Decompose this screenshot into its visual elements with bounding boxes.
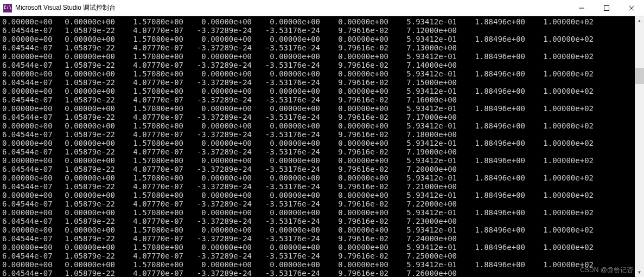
console-cell: 1.57080e+00 bbox=[125, 139, 193, 147]
console-cell: 6.04544e-07 bbox=[2, 199, 56, 208]
console-cell bbox=[535, 217, 603, 226]
vertical-scrollbar[interactable]: ▲ ▼ bbox=[635, 16, 644, 277]
console-cell bbox=[467, 147, 535, 156]
console-cell: 4.07770e-07 bbox=[125, 234, 193, 243]
console-cell: 4.07770e-07 bbox=[125, 130, 193, 139]
scroll-up-arrow-icon[interactable]: ▲ bbox=[635, 16, 644, 25]
console-cell: 1.88496e+00 bbox=[467, 243, 535, 252]
console-cell bbox=[535, 43, 603, 52]
scroll-down-arrow-icon[interactable]: ▼ bbox=[635, 268, 644, 277]
console-cell bbox=[467, 61, 535, 69]
console-cell: 9.79616e-02 bbox=[330, 269, 398, 277]
console-cell: 0.00000e+00 bbox=[193, 226, 262, 234]
window-controls bbox=[569, 0, 644, 16]
console-cell: 4.07770e-07 bbox=[125, 61, 193, 69]
console-cell: -3.53176e-24 bbox=[262, 269, 330, 277]
console-row: 0.00000e+000.00000e+001.57080e+000.00000… bbox=[2, 173, 644, 182]
console-cell: 0.00000e+00 bbox=[193, 52, 262, 61]
console-cell: 1.00000e+02 bbox=[535, 191, 603, 199]
console-cell: 0.00000e+00 bbox=[193, 260, 262, 269]
console-cell bbox=[467, 182, 535, 191]
console-cell: -3.37289e-24 bbox=[193, 43, 262, 52]
console-cell: 1.88496e+00 bbox=[467, 104, 535, 113]
console-cell: 0.00000e+00 bbox=[2, 156, 56, 165]
console-cell: 4.07770e-07 bbox=[125, 78, 193, 87]
console-cell: 1.88496e+00 bbox=[467, 69, 535, 78]
console-cell: 0.00000e+00 bbox=[56, 104, 125, 113]
console-cell: 0.00000e+00 bbox=[2, 191, 56, 199]
console-cell: 1.05879e-22 bbox=[56, 217, 125, 226]
console-cell: 5.93412e-01 bbox=[398, 104, 467, 113]
console-cell: 0.00000e+00 bbox=[330, 139, 398, 147]
console-cell: 0.00000e+00 bbox=[2, 87, 56, 95]
console-cell: 1.57080e+00 bbox=[125, 52, 193, 61]
titlebar[interactable]: C:\ Microsoft Visual Studio 调试控制台 bbox=[0, 0, 644, 16]
console-row: 6.04544e-071.05879e-224.07770e-07-3.3728… bbox=[2, 26, 644, 35]
console-cell bbox=[535, 78, 603, 87]
console-cell: -3.37289e-24 bbox=[193, 234, 262, 243]
console-cell: -3.37289e-24 bbox=[193, 78, 262, 87]
console-row: 6.04544e-071.05879e-224.07770e-07-3.3728… bbox=[2, 182, 644, 191]
console-output[interactable]: 0.00000e+000.00000e+001.57080e+000.00000… bbox=[0, 16, 644, 277]
console-cell bbox=[535, 61, 603, 69]
console-cell: 9.79616e-02 bbox=[330, 95, 398, 104]
console-cell: -3.53176e-24 bbox=[262, 234, 330, 243]
console-cell: 0.00000e+00 bbox=[193, 121, 262, 130]
console-cell bbox=[467, 113, 535, 121]
console-cell: -3.37289e-24 bbox=[193, 61, 262, 69]
console-cell: 5.93412e-01 bbox=[398, 17, 467, 26]
console-cell: 1.88496e+00 bbox=[467, 121, 535, 130]
console-cell: 0.00000e+00 bbox=[262, 69, 330, 78]
console-cell: -3.53176e-24 bbox=[262, 182, 330, 191]
console-row: 6.04544e-071.05879e-224.07770e-07-3.3728… bbox=[2, 95, 644, 104]
close-button[interactable] bbox=[619, 0, 644, 16]
scroll-thumb[interactable] bbox=[635, 68, 644, 84]
console-row: 0.00000e+000.00000e+001.57080e+000.00000… bbox=[2, 17, 644, 26]
console-cell: 5.93412e-01 bbox=[398, 69, 467, 78]
console-cell: 0.00000e+00 bbox=[262, 173, 330, 182]
maximize-button[interactable] bbox=[594, 0, 619, 16]
console-cell: 0.00000e+00 bbox=[56, 52, 125, 61]
console-cell: -3.37289e-24 bbox=[193, 165, 262, 173]
console-cell: -3.53176e-24 bbox=[262, 113, 330, 121]
console-cell: 0.00000e+00 bbox=[262, 191, 330, 199]
console-cell bbox=[535, 113, 603, 121]
console-cell: 4.07770e-07 bbox=[125, 113, 193, 121]
console-cell: 6.04544e-07 bbox=[2, 26, 56, 35]
console-cell: 7.23000e+00 bbox=[398, 217, 467, 226]
console-cell: 4.07770e-07 bbox=[125, 252, 193, 260]
console-cell: 7.20000e+00 bbox=[398, 165, 467, 173]
console-cell: 0.00000e+00 bbox=[56, 87, 125, 95]
console-cell bbox=[467, 217, 535, 226]
console-cell: 1.05879e-22 bbox=[56, 165, 125, 173]
console-cell: 0.00000e+00 bbox=[2, 208, 56, 217]
console-cell: 1.05879e-22 bbox=[56, 61, 125, 69]
console-cell: 9.79616e-02 bbox=[330, 61, 398, 69]
console-cell: 1.05879e-22 bbox=[56, 252, 125, 260]
console-cell: 0.00000e+00 bbox=[262, 17, 330, 26]
console-cell: 4.07770e-07 bbox=[125, 26, 193, 35]
console-cell: -3.53176e-24 bbox=[262, 61, 330, 69]
console-row: 0.00000e+000.00000e+001.57080e+000.00000… bbox=[2, 87, 644, 95]
console-row: 0.00000e+000.00000e+001.57080e+000.00000… bbox=[2, 139, 644, 147]
console-cell: -3.53176e-24 bbox=[262, 252, 330, 260]
console-cell: 7.18000e+00 bbox=[398, 130, 467, 139]
minimize-button[interactable] bbox=[569, 0, 594, 16]
console-cell: 1.57080e+00 bbox=[125, 87, 193, 95]
console-cell: 4.07770e-07 bbox=[125, 43, 193, 52]
console-cell: 0.00000e+00 bbox=[56, 173, 125, 182]
console-cell: 1.05879e-22 bbox=[56, 43, 125, 52]
console-cell: 0.00000e+00 bbox=[56, 243, 125, 252]
console-cell: 1.05879e-22 bbox=[56, 26, 125, 35]
console-cell: 1.00000e+02 bbox=[535, 69, 603, 78]
console-cell: 1.88496e+00 bbox=[467, 139, 535, 147]
console-cell: 6.04544e-07 bbox=[2, 182, 56, 191]
console-row: 6.04544e-071.05879e-224.07770e-07-3.3728… bbox=[2, 147, 644, 156]
console-cell: 0.00000e+00 bbox=[193, 191, 262, 199]
console-cell: -3.53176e-24 bbox=[262, 78, 330, 87]
console-cell: 1.00000e+02 bbox=[535, 226, 603, 234]
console-row: 6.04544e-071.05879e-224.07770e-07-3.3728… bbox=[2, 61, 644, 69]
console-cell: 1.05879e-22 bbox=[56, 113, 125, 121]
console-cell: 1.57080e+00 bbox=[125, 17, 193, 26]
console-cell bbox=[535, 95, 603, 104]
